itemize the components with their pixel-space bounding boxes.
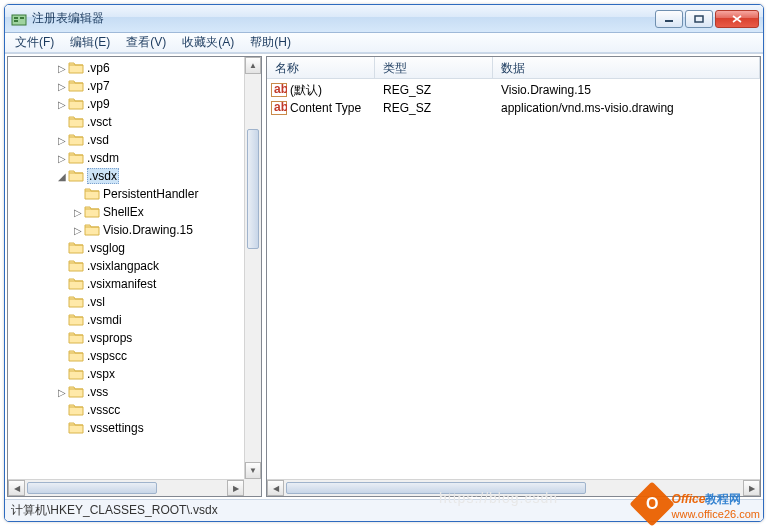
tree-item[interactable]: .vsglog: [8, 239, 261, 257]
tree-item[interactable]: ▷.vp7: [8, 77, 261, 95]
tree-vertical-scrollbar[interactable]: ▲ ▼: [244, 57, 261, 479]
tree-item-label: ShellEx: [103, 205, 144, 219]
folder-icon: [68, 331, 84, 345]
list-row[interactable]: abContent TypeREG_SZapplication/vnd.ms-v…: [267, 99, 760, 117]
list-view[interactable]: ab(默认)REG_SZVisio.Drawing.15abContent Ty…: [267, 79, 760, 117]
expand-toggle[interactable]: ▷: [72, 225, 84, 236]
tree-item[interactable]: .vsscc: [8, 401, 261, 419]
scroll-right-button[interactable]: ▶: [227, 480, 244, 496]
tree-item-label: PersistentHandler: [103, 187, 198, 201]
tree-item-label: .vp9: [87, 97, 110, 111]
menu-help[interactable]: 帮助(H): [242, 32, 299, 53]
tree-item-label: .vsixmanifest: [87, 277, 156, 291]
list-horizontal-scrollbar[interactable]: ◀ ▶: [267, 479, 760, 496]
tree-item[interactable]: .vsprops: [8, 329, 261, 347]
expand-toggle[interactable]: ▷: [56, 63, 68, 74]
menu-file[interactable]: 文件(F): [7, 32, 62, 53]
column-type[interactable]: 类型: [375, 57, 493, 78]
expand-toggle[interactable]: ▷: [56, 135, 68, 146]
tree-view[interactable]: ▷.vp6▷.vp7▷.vp9.vsct▷.vsd▷.vsdm◢.vsdxPer…: [8, 57, 261, 496]
tree-pane: ▷.vp6▷.vp7▷.vp9.vsct▷.vsd▷.vsdm◢.vsdxPer…: [7, 56, 262, 497]
value-type: REG_SZ: [375, 83, 493, 97]
scroll-thumb-h[interactable]: [27, 482, 157, 494]
folder-icon: [68, 349, 84, 363]
tree-item-label: .vsl: [87, 295, 105, 309]
minimize-icon: [664, 15, 674, 23]
expand-toggle[interactable]: ▷: [56, 81, 68, 92]
svg-rect-3: [20, 17, 24, 19]
expand-toggle[interactable]: ▷: [72, 207, 84, 218]
tree-item[interactable]: .vspscc: [8, 347, 261, 365]
scroll-up-button[interactable]: ▲: [245, 57, 261, 74]
folder-icon: [68, 241, 84, 255]
folder-icon: [68, 367, 84, 381]
close-icon: [732, 15, 742, 23]
tree-item[interactable]: .vsl: [8, 293, 261, 311]
tree-item-label: .vsprops: [87, 331, 132, 345]
tree-item[interactable]: .vspx: [8, 365, 261, 383]
menubar: 文件(F) 编辑(E) 查看(V) 收藏夹(A) 帮助(H): [5, 33, 763, 53]
list-row[interactable]: ab(默认)REG_SZVisio.Drawing.15: [267, 81, 760, 99]
string-value-icon: ab: [271, 83, 287, 97]
expand-toggle[interactable]: ▷: [56, 153, 68, 164]
tree-item[interactable]: .vsct: [8, 113, 261, 131]
tree-item-label: .vsmdi: [87, 313, 122, 327]
tree-item[interactable]: ▷.vss: [8, 383, 261, 401]
tree-item-label: .vsdx: [87, 168, 119, 184]
tree-item[interactable]: ▷ShellEx: [8, 203, 261, 221]
folder-icon: [68, 61, 84, 75]
statusbar: 计算机\HKEY_CLASSES_ROOT\.vsdx: [5, 499, 763, 521]
expand-toggle[interactable]: ◢: [56, 171, 68, 182]
titlebar[interactable]: 注册表编辑器: [5, 5, 763, 33]
tree-item[interactable]: ▷.vsdm: [8, 149, 261, 167]
tree-item-label: .vss: [87, 385, 108, 399]
column-data[interactable]: 数据: [493, 57, 760, 78]
tree-horizontal-scrollbar[interactable]: ◀ ▶: [8, 479, 244, 496]
value-name: (默认): [290, 82, 322, 99]
tree-item[interactable]: .vssettings: [8, 419, 261, 437]
menu-edit[interactable]: 编辑(E): [62, 32, 118, 53]
tree-item-label: .vsdm: [87, 151, 119, 165]
tree-item-label: .vsixlangpack: [87, 259, 159, 273]
tree-item[interactable]: .vsixmanifest: [8, 275, 261, 293]
scroll-track[interactable]: [245, 74, 261, 462]
scroll-thumb-h[interactable]: [286, 482, 586, 494]
values-pane: 名称 类型 数据 ab(默认)REG_SZVisio.Drawing.15abC…: [266, 56, 761, 497]
svg-rect-2: [14, 20, 18, 22]
tree-item-label: .vsscc: [87, 403, 120, 417]
scroll-left-button[interactable]: ◀: [8, 480, 25, 496]
value-data: application/vnd.ms-visio.drawing: [493, 101, 760, 115]
scroll-left-button[interactable]: ◀: [267, 480, 284, 496]
close-button[interactable]: [715, 10, 759, 28]
tree-item[interactable]: ▷.vp9: [8, 95, 261, 113]
tree-item[interactable]: PersistentHandler: [8, 185, 261, 203]
scroll-down-button[interactable]: ▼: [245, 462, 261, 479]
scroll-right-button[interactable]: ▶: [743, 480, 760, 496]
tree-item[interactable]: ▷.vp6: [8, 59, 261, 77]
tree-item[interactable]: .vsixlangpack: [8, 257, 261, 275]
status-path: 计算机\HKEY_CLASSES_ROOT\.vsdx: [11, 502, 218, 519]
folder-icon: [68, 115, 84, 129]
tree-item[interactable]: ▷.vsd: [8, 131, 261, 149]
tree-item[interactable]: .vsmdi: [8, 311, 261, 329]
scroll-thumb[interactable]: [247, 129, 259, 249]
expand-toggle[interactable]: ▷: [56, 387, 68, 398]
column-name[interactable]: 名称: [267, 57, 375, 78]
menu-view[interactable]: 查看(V): [118, 32, 174, 53]
folder-icon: [84, 223, 100, 237]
folder-icon: [68, 151, 84, 165]
folder-icon: [68, 169, 84, 183]
folder-icon: [68, 421, 84, 435]
scroll-corner: [244, 479, 261, 496]
minimize-button[interactable]: [655, 10, 683, 28]
folder-icon: [68, 79, 84, 93]
tree-item[interactable]: ◢.vsdx: [8, 167, 261, 185]
tree-item-label: .vsd: [87, 133, 109, 147]
svg-text:ab: ab: [274, 101, 287, 114]
maximize-button[interactable]: [685, 10, 713, 28]
menu-favorites[interactable]: 收藏夹(A): [174, 32, 242, 53]
content-area: ▷.vp6▷.vp7▷.vp9.vsct▷.vsd▷.vsdm◢.vsdxPer…: [5, 53, 763, 499]
expand-toggle[interactable]: ▷: [56, 99, 68, 110]
tree-item[interactable]: ▷Visio.Drawing.15: [8, 221, 261, 239]
window-controls: [653, 10, 759, 28]
